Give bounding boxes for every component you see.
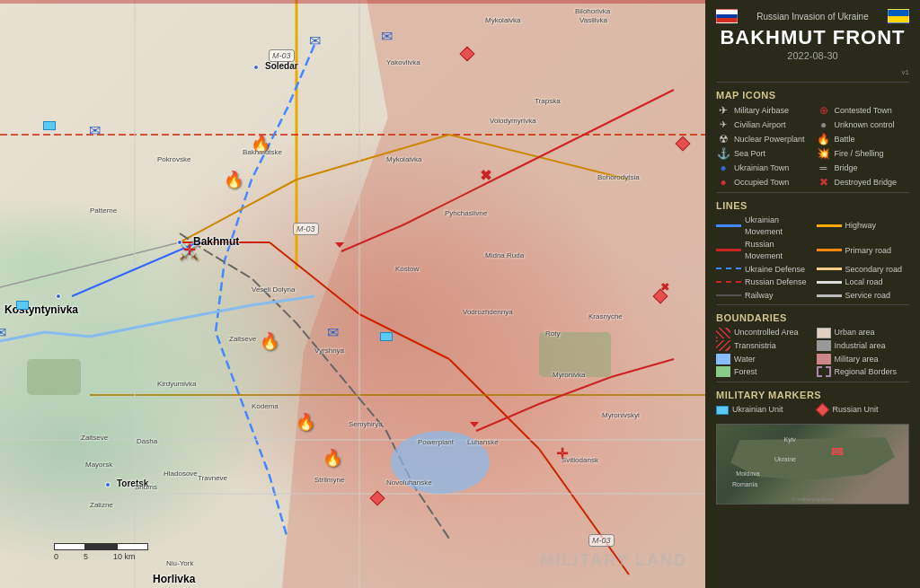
boundaries-grid: Uncontrolled Area Urban area Transnistri… [716,327,909,377]
military-area-swatch [817,354,831,364]
label-horlivka: Horlivka [153,573,195,585]
ukr-movement-line [716,224,741,227]
unknown-control-icon: ● [817,118,831,131]
rus-movement-line [716,249,741,251]
label-patterne: Patterne [90,206,117,215]
page-title: BAKHMUT FRONT [716,27,909,48]
battle-icon-3: 🔥 [260,331,279,351]
label-mykolaivka-n: Mykolaivka [485,16,521,24]
battle-icon-2: 🔥 [224,170,243,189]
ukr-unit-marker [716,406,729,415]
flag-russia [716,9,738,23]
legend-service-road: Service road [817,290,910,302]
svg-marker-19 [470,422,479,427]
legend-civilian-airport: ✈ Civilian Airport [716,118,809,131]
legend-destroyed-bridge: ✖ Destroyed Bridge [817,176,910,189]
regional-borders-swatch [817,366,831,377]
town-dot-soledar [253,65,259,70]
military-marker-5: ✉ [327,324,339,341]
military-marker-3: ✉ [89,122,101,139]
rus-unit-marker [816,403,830,417]
legend-water: Water [716,354,809,365]
header-flags: Russian Invasion of Ukraine [716,9,909,23]
label-travneve: Travneve [198,474,227,482]
label-kirdyumivka: Kirdyumivka [157,380,197,388]
scale-bar: 0510 km [54,543,148,561]
legend-highway: Highway [817,215,910,237]
svg-line-2 [270,242,359,314]
label-dasha: Dasha [137,437,157,445]
local-road-line [817,281,842,284]
label-powerplant: Powerplant [418,438,454,446]
forest-area-swatch [716,366,730,377]
crosshair-1: ✖ [480,167,491,184]
legend-contested-town: ⊕ Contested Town [817,104,910,117]
label-volodymyrivka: Volodymyrivka [490,117,536,125]
legend-uncontrolled: Uncontrolled Area [716,327,809,338]
label-bakhmut: Bakhmut [193,235,239,248]
military-marker-4: ✉ [0,324,6,341]
map-area: 🔥 🔥 🔥 🔥 🔥 ⚔️ ✉ ✉ ✉ ✉ ✉ ✛ ✖ ✖ ✛ Bakhmut K… [0,0,705,588]
label-veselidolyna: Veseli Dolyna [252,285,295,294]
label-vasilivka: Vasilivka [579,16,607,24]
secondary-road-line [817,268,842,270]
railway-line [716,294,741,297]
map-icons-title: MAP ICONS [716,90,909,101]
header-subtitle: Russian Invasion of Ukraine [745,12,880,22]
app: 🔥 🔥 🔥 🔥 🔥 ⚔️ ✉ ✉ ✉ ✉ ✉ ✛ ✖ ✖ ✛ Bakhmut K… [0,0,920,588]
label-yakovlivka: Yakovlivka [386,58,420,66]
label-zaitseve2: Zaitseve [81,434,108,442]
battle-icon-5: 🔥 [323,448,342,468]
legend-forest: Forest [716,366,809,378]
ukr-town-icon: ● [716,162,730,174]
legend-rus-unit: Russian Unit [817,404,910,417]
legend-industrial: Industrial area [817,340,910,352]
label-bilohorivka: Bilohorivka [575,7,610,15]
lines-grid: Ukrainian Movement Highway Russian Movem… [716,215,909,301]
town-dot-kosty [56,294,61,299]
legend-ukr-defense: Ukraine Defense [716,264,809,276]
legend-ukr-movement: Ukrainian Movement [716,215,809,237]
title-version: v1 [716,68,909,76]
label-vyrshnya: Vyrshnya [314,347,344,355]
road-label-m03-1: M-03 [293,223,319,235]
label-hladosove: Hladosove [164,470,198,478]
battle-icon-4: 🔥 [296,412,315,432]
label-midna: Midna Ruda [485,251,524,259]
watermark: MILITARY LAND [540,551,687,570]
label-semyhirya: Semyhirya [349,420,383,428]
transn-area-swatch [716,340,730,351]
label-niuyork: Niu-York [166,559,193,567]
mini-map-ukraine-label: Ukraine [774,456,796,462]
military-marker-1: ✉ [309,32,321,49]
destroyed-bridge-icon: ✖ [817,176,831,189]
label-novoluhanske: Novoluhanske [386,478,432,487]
label-strilmyne: Strilmyne [314,476,344,484]
military-markers-grid: Ukrainian Unit Russian Unit [716,404,909,417]
label-vodro: Vodrozhdennya [463,308,513,316]
highway-line [817,224,842,227]
legend-ukr-town: ● Ukrainian Town [716,162,809,174]
service-road-line [817,294,842,297]
label-bohorodytsia: Bohorodytsia [597,173,640,181]
bridge-icon: ═ [817,162,831,174]
mini-map-moldova-label: Moldova [736,470,759,477]
town-dot-toretsk [105,482,111,487]
sidebar: Russian Invasion of Ukraine BAKHMUT FRON… [705,0,920,588]
flag-ukraine [888,9,909,23]
label-krasnyche: Krasnyche [588,312,623,320]
legend-battle: 🔥 Battle [817,133,910,145]
label-myronivka: Myronivka [553,371,585,379]
legend-rus-defense: Russian Defense [716,276,809,288]
ukr-unit-3 [380,332,393,341]
legend-seaport: ⚓ Sea Port [716,147,809,160]
military-marker-2: ✉ [381,28,393,45]
svg-line-7 [0,242,180,287]
legend-transnistria: Transnistria [716,340,809,352]
mini-map-kyiv-label: Kyiv [784,436,796,443]
uncontrolled-area-swatch [716,328,730,338]
industrial-area-swatch [817,340,831,351]
fire-shelling-icon: 💥 [817,147,831,160]
town-dot-bakhmut [177,240,182,245]
legend-bridge: ═ Bridge [817,162,910,174]
